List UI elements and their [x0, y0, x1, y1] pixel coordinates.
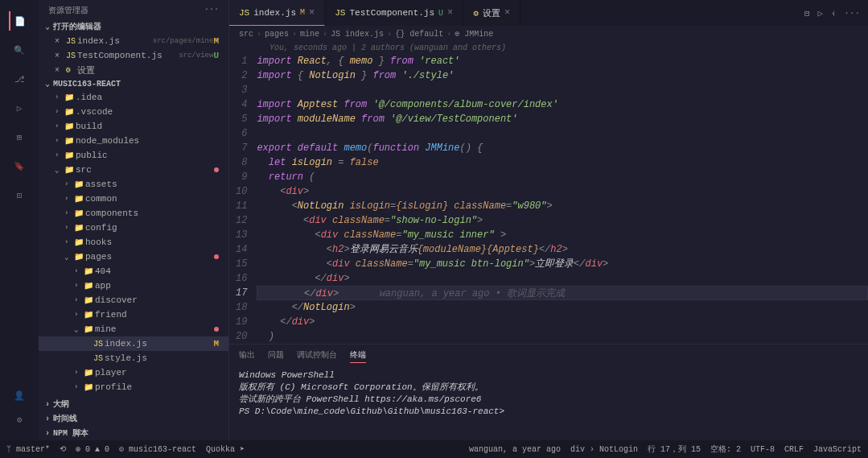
close-icon[interactable]: × — [309, 7, 315, 19]
status-item[interactable]: UTF-8 — [751, 445, 775, 454]
breadcrumb-item[interactable]: {} default — [395, 30, 443, 39]
tree-item[interactable]: ›📁hooks — [39, 235, 228, 250]
sidebar-more-icon[interactable]: ··· — [204, 5, 219, 16]
layout-toggle-icon[interactable]: ⊟ — [804, 8, 810, 19]
breadcrumb[interactable]: src›pages›mine›JS index.js›{} default›⊕ … — [229, 26, 868, 42]
extensions-icon[interactable]: ⊞ — [10, 127, 29, 146]
debug-icon[interactable]: ▷ — [10, 98, 29, 118]
breadcrumb-item[interactable]: pages — [265, 30, 289, 39]
tabs-bar: JSindex.jsM×JSTestComponent.jsU×⚙设置× ⊟ ▷… — [229, 0, 868, 26]
tree-item[interactable]: ›📁build — [39, 119, 228, 134]
sidebar-title: 资源管理器 — [48, 5, 88, 16]
tree-item[interactable]: ›📁app — [39, 279, 228, 293]
tree-item[interactable]: ›📁404 — [39, 264, 228, 279]
status-item[interactable]: ᛘ master* — [6, 445, 50, 454]
tree-item[interactable]: ›📁.vscode — [39, 105, 228, 119]
terminal-tab[interactable]: 问题 — [268, 348, 284, 363]
editor-area: JSindex.jsM×JSTestComponent.jsU×⚙设置× ⊟ ▷… — [229, 0, 868, 440]
tree-item[interactable]: JSstyle.js — [39, 351, 228, 365]
tree-item[interactable]: ›📁node_modules — [39, 134, 228, 148]
timeline-section[interactable]: ›时间线 — [39, 411, 228, 426]
open-editor-item[interactable]: ×⚙设置 — [39, 63, 228, 77]
tree-item[interactable]: ⌄📁src — [39, 163, 228, 177]
editor-tab[interactable]: ⚙设置× — [463, 0, 520, 26]
tree-item[interactable]: ›📁public — [39, 148, 228, 163]
tree-item[interactable]: ›📁components — [39, 206, 228, 221]
tree-item[interactable]: ›📁config — [39, 221, 228, 235]
source-control-icon[interactable]: ⎇ — [10, 69, 29, 89]
status-item[interactable]: 行 17，列 15 — [648, 444, 701, 455]
status-item[interactable]: JavaScript — [813, 445, 862, 454]
bookmark-icon[interactable]: 🔖 — [10, 156, 29, 175]
close-icon[interactable]: × — [504, 7, 510, 19]
breadcrumb-item[interactable]: JS index.js — [331, 30, 384, 39]
status-item[interactable]: ⟲ — [60, 444, 66, 454]
tree-item[interactable]: ›📁.idea — [39, 90, 228, 105]
outline-section[interactable]: ›大纲 — [39, 397, 228, 411]
terminal-tab[interactable]: 输出 — [239, 348, 255, 363]
tree-item[interactable]: ⌄📁pages — [39, 250, 228, 264]
terminal-panel: 输出问题调试控制台终端 Windows PowerShell版权所有 (C) M… — [229, 344, 868, 440]
tree-item[interactable]: ›📁friend — [39, 307, 228, 322]
status-item[interactable]: Quokka ➤ — [206, 444, 245, 454]
tree-item[interactable]: ›📁common — [39, 192, 228, 206]
close-icon[interactable]: × — [447, 7, 453, 19]
account-icon[interactable]: 👤 — [10, 386, 29, 405]
tree-item[interactable]: ›📁player — [39, 365, 228, 380]
run-icon[interactable]: ▷ — [818, 8, 824, 19]
code-editor[interactable]: 12345678910111213141516171819202122 impo… — [229, 54, 868, 344]
tree-item[interactable]: ⌄📁mine — [39, 322, 228, 336]
status-item[interactable]: 空格: 2 — [710, 444, 741, 455]
search-icon[interactable]: 🔍 — [10, 40, 29, 60]
tree-item[interactable]: JSindex.jsM — [39, 336, 228, 351]
activity-bar: 📄 🔍 ⎇ ▷ ⊞ 🔖 ⊡ 👤 ⚙ — [0, 0, 39, 440]
terminal-body[interactable]: Windows PowerShell版权所有 (C) Microsoft Cor… — [229, 366, 868, 440]
tab-more-icon[interactable]: ··· — [844, 8, 860, 18]
explorer-icon[interactable]: 📄 — [9, 11, 28, 31]
status-bar: ᛘ master*⟲⊗ 0 ▲ 0⊙ music163-reactQuokka … — [0, 440, 868, 458]
terminal-tab[interactable]: 调试控制台 — [297, 348, 337, 363]
open-editor-item[interactable]: ×JSTestComponent.jssrc/viewU — [39, 48, 228, 63]
breadcrumb-item[interactable]: mine — [300, 30, 319, 39]
open-editors-section[interactable]: ⌄打开的编辑器 — [39, 19, 228, 34]
status-item[interactable]: wanguan, a year ago — [469, 445, 561, 454]
breadcrumb-item[interactable]: src — [239, 30, 253, 39]
project-section[interactable]: ⌄MUSIC163-REACT — [39, 77, 228, 90]
sidebar: 资源管理器 ··· ⌄打开的编辑器 ×JSindex.jssrc/pages/m… — [39, 0, 229, 440]
status-item[interactable]: div › NotLogin — [570, 445, 638, 454]
terminal-tab[interactable]: 终端 — [350, 348, 366, 363]
settings-icon[interactable]: ⚙ — [10, 410, 29, 429]
tree-item[interactable]: ›📁assets — [39, 177, 228, 192]
open-editor-item[interactable]: ×JSindex.jssrc/pages/mineM — [39, 34, 228, 48]
status-item[interactable]: CRLF — [784, 445, 804, 454]
tree-item[interactable]: ›📁profile — [39, 380, 228, 394]
npm-section[interactable]: ›NPM 脚本 — [39, 426, 228, 440]
other-icon[interactable]: ⊡ — [10, 185, 29, 204]
editor-tab[interactable]: JSTestComponent.jsU× — [325, 0, 463, 26]
editor-tab[interactable]: JSindex.jsM× — [229, 0, 325, 26]
tree-item[interactable]: ›📁discover — [39, 293, 228, 307]
split-icon[interactable]: ⫞ — [831, 8, 836, 19]
blame-header: You, seconds ago | 2 authors (wanguan an… — [229, 42, 868, 54]
status-item[interactable]: ⊙ music163-react — [119, 444, 196, 454]
status-item[interactable]: ⊗ 0 ▲ 0 — [76, 444, 109, 454]
breadcrumb-item[interactable]: ⊕ JMMine — [455, 29, 493, 39]
